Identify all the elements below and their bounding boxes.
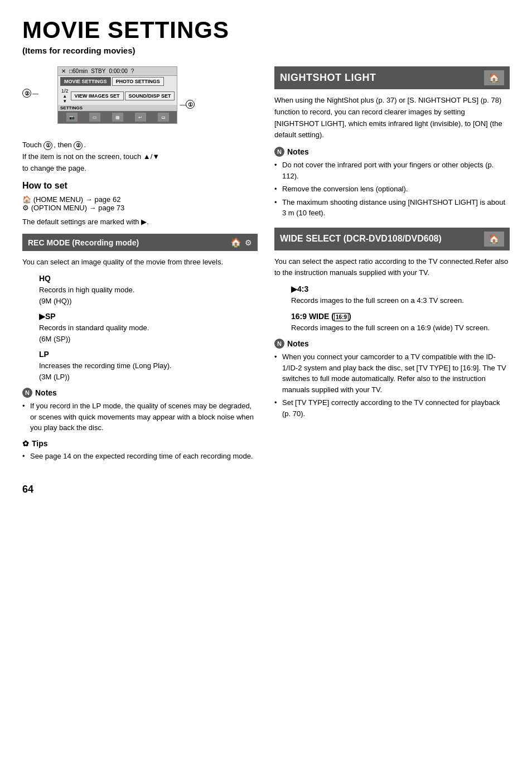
ui-icon-folder[interactable]: 🗂 (158, 113, 169, 122)
ui-nav-up[interactable]: ▲ (62, 94, 67, 99)
43-title: ▶4:3 (291, 285, 510, 293)
wide-select-note-2: Set [TV TYPE] correctly according to the… (274, 397, 510, 419)
nightshot-notes-icon: N (274, 147, 284, 157)
nightshot-title: NIGHTSHOT LIGHT (280, 72, 376, 84)
lp-desc2: (3M (LP)) (39, 372, 258, 383)
settings-label: SETTINGS (58, 105, 177, 111)
photo-settings-btn[interactable]: PHOTO SETTINGS (112, 77, 164, 86)
rec-mode-notes: N Notes If you record in the LP mode, th… (22, 388, 258, 433)
nightshot-notes: N Notes Do not cover the infrared port w… (274, 147, 510, 219)
tips-icon: ✿ (22, 439, 29, 448)
ui-time: 0:00:00 (109, 68, 127, 74)
ui-icon-square[interactable]: ▭ (89, 113, 100, 122)
hq-desc1: Records in high quality mode. (39, 285, 258, 296)
ui-icon-camera[interactable]: 📷 (66, 113, 78, 122)
nightshot-section-box: NIGHTSHOT LIGHT 🏠 (274, 66, 510, 89)
how-to-set-heading: How to set (22, 181, 258, 191)
wide-select-note-1: When you connect your camcorder to a TV … (274, 351, 510, 395)
sp-desc2: (6M (SP)) (39, 334, 258, 345)
view-images-btn[interactable]: VIEW IMAGES SET (71, 91, 124, 100)
43-item: ▶4:3 Records images to the full screen o… (291, 285, 510, 306)
hq-title: HQ (39, 274, 258, 283)
rec-mode-note-1: If you record in the LP mode, the qualit… (22, 401, 258, 433)
sp-item: ▶SP Records in standard quality mode. (6… (39, 312, 258, 344)
page-number: 64 (22, 484, 510, 495)
ui-question: ? (131, 68, 134, 74)
sp-desc1: Records in standard quality mode. (39, 322, 258, 334)
how-to-set-content: 🏠 (HOME MENU) → page 62 ⚙ (OPTION MENU) … (22, 195, 258, 212)
wide-select-notes-icon: N (274, 339, 284, 349)
wide-select-body: You can select the aspect ratio accordin… (274, 256, 510, 279)
movie-settings-btn[interactable]: MOVIE SETTINGS (60, 77, 111, 86)
wide-select-section-box: WIDE SELECT (DCR-DVD108/DVD608) 🏠 (274, 228, 510, 250)
nightshot-body: When using the NightShot plus (p. 37) or… (274, 95, 510, 141)
rec-mode-option-icon: ⚙ (245, 238, 252, 247)
nightshot-note-2: Remove the conversion lens (optional). (274, 184, 510, 195)
rec-mode-title: REC MODE (Recording mode) (28, 238, 139, 247)
169-desc: Records images to the full screen on a 1… (291, 322, 510, 334)
43-desc: Records images to the full screen on a 4… (291, 295, 510, 306)
touch-instructions: Touch ①, then ②. If the item is not on t… (22, 139, 258, 174)
rec-mode-tip-1: See page 14 on the expected recording ti… (22, 451, 258, 462)
nightshot-note-3: The maximum shooting distance using [NIG… (274, 197, 510, 219)
notes-icon: N (22, 388, 32, 398)
rec-mode-section-box: REC MODE (Recording mode) 🏠 ⚙ (22, 234, 258, 251)
169-item: 16:9 WIDE (16:9) Records images to the f… (291, 312, 510, 334)
rec-mode-tips: ✿ Tips See page 14 on the expected recor… (22, 439, 258, 462)
lp-desc1: Increases the recording time (Long Play)… (39, 360, 258, 372)
page-title: MOVIE SETTINGS (22, 17, 510, 44)
lp-item: LP Increases the recording time (Long Pl… (39, 350, 258, 382)
ui-close-icon: ✕ (61, 68, 66, 74)
wide-select-home-icon-bg: 🏠 (484, 232, 504, 247)
sound-disp-btn[interactable]: SOUND/DISP SET (125, 91, 175, 100)
hq-desc2: (9M (HQ)) (39, 296, 258, 307)
ui-screenshot: ✕ □60min STBY 0:00:00 ? MOVIE SETTINGS P… (57, 66, 177, 124)
ui-icon-arrow[interactable]: ↩ (135, 113, 146, 122)
rec-mode-home-icon: 🏠 (230, 237, 241, 248)
circle-2-label: ②— (22, 89, 38, 98)
nightshot-note-1: Do not cover the infrared port with your… (274, 160, 510, 181)
wide-select-notes: N Notes When you connect your camcorder … (274, 339, 510, 419)
wide-select-title: WIDE SELECT (DCR-DVD108/DVD608) (280, 234, 442, 244)
nightshot-home-icon-bg: 🏠 (484, 70, 504, 85)
ui-fraction: 1/2 (61, 88, 69, 94)
rec-mode-body: You can select an image quality of the m… (22, 257, 258, 268)
sp-title: ▶SP (39, 312, 258, 321)
hq-item: HQ Records in high quality mode. (9M (HQ… (39, 274, 258, 306)
169-title: 16:9 WIDE (16:9) (291, 312, 510, 321)
lp-title: LP (39, 350, 258, 359)
ui-battery: □60min (69, 68, 88, 74)
page-subtitle: (Items for recording movies) (22, 46, 510, 55)
circle-1-label: —① (180, 100, 196, 109)
ui-nav-down[interactable]: ▼ (62, 99, 67, 104)
default-note: The default settings are marked with ▶. (22, 218, 258, 226)
ui-stby: STBY (91, 68, 105, 74)
ui-icon-grid[interactable]: ▦ (112, 113, 123, 122)
